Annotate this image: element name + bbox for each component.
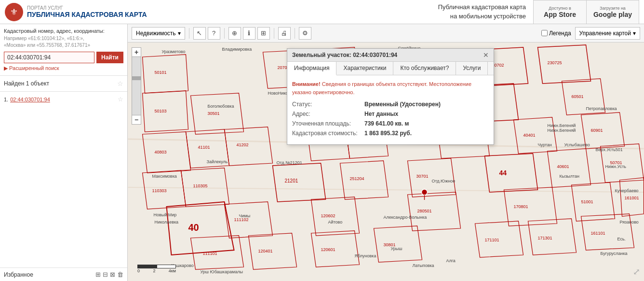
cursor-tool-button[interactable]: ↖ <box>193 27 206 40</box>
help-tool-button[interactable]: ? <box>208 27 220 40</box>
svg-text:41101: 41101 <box>198 145 210 150</box>
info-row-address: Адрес: Нет данных <box>292 111 489 117</box>
results-list: 1. 02:44:030701:94 ☆ <box>0 92 127 267</box>
svg-text:Рязаново: Рязаново <box>620 220 639 225</box>
zoom-slider[interactable] <box>132 57 141 115</box>
popup-close-button[interactable]: ✕ <box>483 52 489 58</box>
svg-text:Зайлекуль: Зайлекуль <box>207 159 228 164</box>
bottom-right-expand-icon[interactable]: ⤢ <box>633 267 640 277</box>
popup-tabs: Информация Характеристики Кто обслуживае… <box>287 62 494 75</box>
svg-text:Николаевка: Николаевка <box>155 220 179 225</box>
svg-text:Уразметово: Уразметово <box>162 49 186 54</box>
zoom-handle[interactable] <box>132 76 141 80</box>
svg-text:Нижн.Бегеняй: Нижн.Бегеняй <box>548 128 576 133</box>
zoom-out-button[interactable]: − <box>132 115 141 125</box>
svg-text:Верх.Усть501: Верх.Усть501 <box>596 147 623 152</box>
favorites-icons: ⊞ ⊟ ⊠ 🗑 <box>95 271 123 278</box>
popup-header: Земельный участок: 02:44:030701:94 ✕ <box>287 49 494 62</box>
header-title: Публичная кадастровая карта <box>27 11 147 18</box>
favorites-icon-3[interactable]: ⊠ <box>110 271 115 278</box>
map-control-button[interactable]: Управление картой ▾ <box>575 27 640 40</box>
result-item: 1. 02:44:030701:94 ☆ <box>4 95 123 104</box>
scale-label-0: 0 <box>137 268 140 273</box>
popup-tab-services[interactable]: Услуги <box>456 62 488 75</box>
svg-text:44: 44 <box>499 169 507 177</box>
toolbar: Недвижимость ▾ ↖ ? ⊕ ℹ ⊞ 🖨 ⚙ Легенда Упр… <box>128 24 644 42</box>
header-map-text: Публичная кадастровая карта на мобильном… <box>438 3 526 20</box>
svg-text:111101: 111101 <box>203 251 217 256</box>
info-label-status: Статус: <box>292 101 360 108</box>
svg-text:Урыш: Урыш <box>391 246 402 251</box>
appstore-button[interactable]: Доступно в App Store <box>533 0 586 24</box>
scale-label-4: 4км <box>169 268 176 273</box>
svg-text:280501: 280501 <box>417 209 432 213</box>
svg-text:Есь.: Есь. <box>617 237 626 241</box>
left-panel: Кадастровый номер, адрес, координаты: На… <box>0 24 128 281</box>
toolbar-separator-4 <box>295 28 295 39</box>
warning-box: Внимание! Сведения о границах объекта от… <box>292 80 489 96</box>
result-star-icon[interactable]: ☆ <box>118 96 123 103</box>
settings-button[interactable]: ⚙ <box>299 27 311 40</box>
svg-text:161101: 161101 <box>591 231 605 236</box>
search-input[interactable] <box>4 52 94 63</box>
svg-text:21201: 21201 <box>285 178 298 183</box>
warning-bold: Внимание! <box>292 81 321 87</box>
popup-title: Земельный участок: 02:44:030701:94 <box>292 52 397 58</box>
legend-checkbox-label[interactable]: Легенда <box>541 30 571 37</box>
advanced-search-link[interactable]: ▶ Расширенный поиск <box>4 65 123 71</box>
info-value-area: 739 641.00 кв. м <box>364 120 409 127</box>
info-row-status: Статус: Временный (Удостоверен) <box>292 101 489 108</box>
popup-tab-info[interactable]: Информация <box>287 62 336 75</box>
layers-button[interactable]: ⊞ <box>257 27 270 40</box>
header-subtitle: Портал услуг <box>27 5 147 11</box>
property-type-dropdown[interactable]: Недвижимость ▾ <box>132 27 185 40</box>
search-button[interactable]: Найти <box>96 52 123 63</box>
toolbar-separator-3 <box>274 28 274 39</box>
map-area[interactable]: Недвижимость ▾ ↖ ? ⊕ ℹ ⊞ 🖨 ⚙ Легенда Упр… <box>128 24 644 281</box>
popup-tab-services-provider[interactable]: Кто обслуживает? <box>393 62 456 75</box>
zoom-in-button[interactable]: + <box>132 47 141 57</box>
googleplay-button[interactable]: Загрузите на Google play <box>586 0 639 24</box>
info-tool-button[interactable]: ℹ <box>243 27 255 40</box>
svg-text:40601: 40601 <box>557 164 569 169</box>
svg-text:Алга: Алга <box>446 258 456 263</box>
search-section: Кадастровый номер, адрес, координаты: На… <box>0 24 127 76</box>
svg-text:Айтово: Айтово <box>328 220 343 225</box>
svg-text:30701: 30701 <box>416 174 429 179</box>
favorite-star-icon[interactable]: ☆ <box>117 80 123 87</box>
info-value-cadastral-value: 1 863 895.32 руб. <box>364 130 412 137</box>
svg-text:161001: 161001 <box>625 196 639 200</box>
svg-text:171101: 171101 <box>485 238 499 242</box>
svg-text:251204: 251204 <box>350 176 364 181</box>
info-label-address: Адрес: <box>292 111 360 117</box>
svg-text:Кызылтан: Кызылтан <box>560 174 580 179</box>
header: ⚜ Портал услуг Публичная кадастровая кар… <box>0 0 644 24</box>
print-button[interactable]: 🖨 <box>278 27 291 40</box>
result-link[interactable]: 02:44:030701:94 <box>10 97 116 102</box>
zoom-controls: + − <box>132 47 141 125</box>
svg-text:170801: 170801 <box>514 204 528 209</box>
svg-text:110305: 110305 <box>193 183 208 188</box>
popup-tab-characteristics[interactable]: Характеристики <box>336 62 393 75</box>
favorites-icon-2[interactable]: ⊟ <box>103 271 108 278</box>
legend-checkbox[interactable] <box>541 30 548 36</box>
info-row-area: Уточненная площадь: 739 641.00 кв. м <box>292 120 489 127</box>
favorites-icon-1[interactable]: ⊞ <box>95 271 101 278</box>
map-control-chevron-icon: ▾ <box>633 30 636 37</box>
search-label: Кадастровый номер, адрес, координаты: <box>4 28 123 34</box>
result-number: 1. <box>4 97 8 102</box>
svg-text:110303: 110303 <box>152 188 167 193</box>
info-label-cadastral-value: Кадастровая стоимость: <box>292 130 360 137</box>
popup: Земельный участок: 02:44:030701:94 ✕ Инф… <box>287 48 494 145</box>
trash-icon[interactable]: 🗑 <box>117 271 123 278</box>
measure-tool-button[interactable]: ⊕ <box>228 27 241 40</box>
svg-text:50103: 50103 <box>155 109 167 113</box>
svg-text:120602: 120602 <box>321 213 335 218</box>
main-layout: Кадастровый номер, адрес, координаты: На… <box>0 24 644 281</box>
scale-label-2: 2 <box>153 268 155 273</box>
svg-text:120601: 120601 <box>321 247 335 252</box>
svg-text:40401: 40401 <box>523 133 536 138</box>
svg-text:51001: 51001 <box>581 199 593 204</box>
svg-text:Урш Юбашкарамалы: Урш Юбашкарамалы <box>201 269 243 274</box>
svg-text:Петропавловка: Петропавловка <box>586 106 617 111</box>
